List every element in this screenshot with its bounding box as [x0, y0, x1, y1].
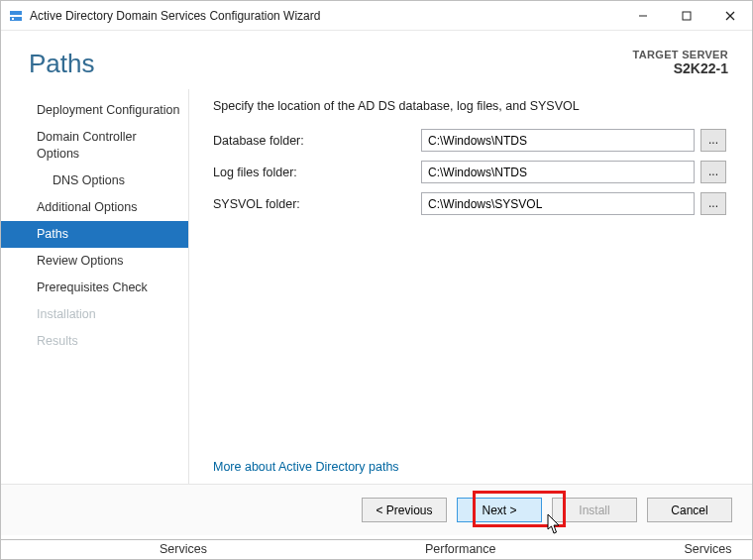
minimize-button[interactable]	[621, 1, 665, 31]
label-database: Database folder:	[213, 134, 421, 148]
next-button[interactable]: Next >	[457, 498, 542, 522]
spacer	[213, 224, 726, 460]
svg-rect-1	[10, 17, 22, 21]
svg-rect-4	[683, 12, 691, 20]
sidebar-item-paths[interactable]: Paths	[1, 221, 188, 248]
label-sysvol: SYSVOL folder:	[213, 197, 421, 211]
sidebar-item-dns-options[interactable]: DNS Options	[1, 168, 188, 194]
svg-rect-2	[12, 18, 14, 20]
target-panel: TARGET SERVER S2K22-1	[633, 49, 728, 79]
previous-button[interactable]: < Previous	[362, 498, 447, 522]
window-title: Active Directory Domain Services Configu…	[30, 9, 621, 23]
svg-rect-0	[10, 11, 22, 15]
footer: < Previous Next > Install Cancel	[1, 484, 752, 535]
browse-log[interactable]: ...	[700, 161, 726, 183]
row-log: Log files folder: ...	[213, 161, 726, 183]
more-about-link[interactable]: More about Active Directory paths	[213, 460, 726, 474]
close-button[interactable]	[708, 1, 752, 31]
window-buttons	[621, 1, 752, 31]
sidebar-item-review-options[interactable]: Review Options	[1, 248, 188, 275]
sidebar-item-additional-options[interactable]: Additional Options	[1, 194, 188, 221]
label-log: Log files folder:	[213, 166, 421, 179]
background-strip: Services Performance Services	[1, 539, 752, 559]
app-icon	[9, 9, 23, 23]
sidebar-item-deployment-configuration[interactable]: Deployment Configuration	[1, 97, 188, 124]
bg-label-services: Services	[110, 540, 257, 559]
row-database: Database folder: ...	[213, 129, 726, 152]
row-sysvol: SYSVOL folder: ...	[213, 192, 726, 215]
sidebar: Deployment ConfigurationDomain Controlle…	[1, 89, 189, 484]
sidebar-item-domain-controller-options[interactable]: Domain Controller Options	[1, 124, 188, 168]
page-title: Paths	[29, 49, 95, 79]
cancel-button[interactable]: Cancel	[647, 498, 732, 522]
sidebar-item-installation: Installation	[1, 301, 188, 328]
input-log[interactable]	[421, 161, 695, 183]
header-row: Paths TARGET SERVER S2K22-1	[1, 31, 752, 89]
install-button: Install	[552, 498, 637, 522]
browse-sysvol[interactable]: ...	[700, 192, 726, 215]
bg-label-performance: Performance	[376, 540, 546, 559]
sidebar-item-prerequisites-check[interactable]: Prerequisites Check	[1, 275, 188, 301]
body: Deployment ConfigurationDomain Controlle…	[1, 89, 752, 484]
target-label: TARGET SERVER	[633, 49, 728, 60]
browse-database[interactable]: ...	[700, 129, 726, 152]
wizard-window: Active Directory Domain Services Configu…	[0, 0, 753, 560]
bg-label-services2: Services	[635, 540, 753, 559]
maximize-button[interactable]	[665, 1, 708, 31]
input-sysvol[interactable]	[421, 192, 695, 215]
sidebar-item-results: Results	[1, 328, 188, 355]
input-database[interactable]	[421, 129, 695, 152]
titlebar: Active Directory Domain Services Configu…	[1, 1, 752, 31]
target-name: S2K22-1	[633, 60, 728, 76]
intro-text: Specify the location of the AD DS databa…	[213, 99, 726, 113]
content: Specify the location of the AD DS databa…	[189, 89, 752, 484]
